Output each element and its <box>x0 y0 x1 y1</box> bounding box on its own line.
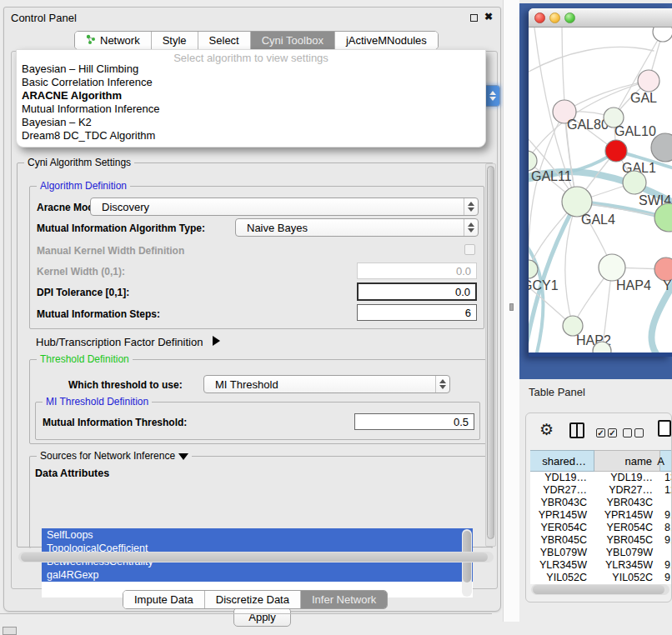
kernel-width-label: Kernel Width (0,1): <box>37 266 125 278</box>
columns-icon[interactable] <box>569 422 584 438</box>
node-label: GAL4 <box>581 212 615 227</box>
aracne-mode-combo[interactable]: Discovery <box>90 198 479 216</box>
gear-icon[interactable]: ⚙ <box>539 420 554 439</box>
table-horizontal-scrollbar[interactable] <box>531 584 669 595</box>
panel-splitter[interactable] <box>503 0 519 622</box>
network-node[interactable] <box>653 28 672 42</box>
hub-definition-expander[interactable]: Hub/Transcription Factor Definition <box>36 336 220 348</box>
table-toolbar: ⚙ ✓✓ <box>526 413 671 450</box>
minimize-traffic-light-icon[interactable] <box>549 12 560 23</box>
settings-vertical-scrollbar[interactable] <box>485 163 496 547</box>
tab-jactivemnodules[interactable]: jActiveMNodules <box>335 32 438 49</box>
data-attributes-list[interactable]: SelfLoopsTopologicalCoefficientBetweenne… <box>42 528 473 598</box>
column-header[interactable]: shared… <box>530 450 594 472</box>
network-window-titlebar[interactable] <box>529 8 672 28</box>
table-header-row: shared…nameA <box>530 450 672 472</box>
group-title: Cyni Algorithm Settings <box>24 157 134 168</box>
network-node-swi4[interactable] <box>623 171 646 194</box>
network-icon <box>86 34 96 48</box>
threshold-definition-group: Threshold Definition Which threshold to … <box>29 359 488 444</box>
which-threshold-combo[interactable]: MI Threshold <box>203 375 450 393</box>
tab-infer-network[interactable]: Infer Network <box>301 591 387 608</box>
collapse-down-icon <box>178 453 188 460</box>
panel-title: Control Panel <box>11 12 77 24</box>
tab-select[interactable]: Select <box>198 32 251 49</box>
attribute-item[interactable]: gal4RGexp <box>42 568 473 582</box>
tab-impute-data[interactable]: Impute Data <box>123 591 205 608</box>
manual-kernel-checkbox[interactable] <box>464 244 475 255</box>
network-node-hap4[interactable] <box>599 254 625 281</box>
algorithm-option[interactable]: ARACNE Algorithm <box>17 89 485 102</box>
network-canvas[interactable]: GALGAL80GAL10GAL1GAL11SWI4GAL4GCY1HAP4YH… <box>529 28 672 352</box>
mi-type-combo[interactable]: Naive Bayes <box>235 218 479 237</box>
sources-title[interactable]: Sources for Network Inference <box>37 450 192 462</box>
table-row[interactable]: YLR345WYLR345W9. <box>530 559 672 572</box>
select-all-icon[interactable]: ✓✓ <box>596 428 617 438</box>
column-header[interactable]: A <box>660 450 672 472</box>
node-label: GAL80 <box>567 118 609 132</box>
combo-spinner-icon[interactable] <box>464 219 478 236</box>
node-label: GAL11 <box>531 169 572 183</box>
manual-kernel-label: Manual Kernel Width Definition <box>37 245 184 257</box>
settings-horizontal-scrollbar[interactable] <box>18 552 494 562</box>
algorithm-option[interactable]: Bayesian – K2 <box>17 116 485 129</box>
algorithm-option[interactable]: Dream8 DC_TDC Algorithm <box>17 129 485 142</box>
close-traffic-light-icon[interactable] <box>534 12 545 23</box>
table-row[interactable]: YIL052CYIL052C9 <box>530 572 672 584</box>
close-icon[interactable]: ✖ <box>484 11 493 22</box>
mi-threshold-definition-title: MI Threshold Definition <box>43 396 152 408</box>
top-tab-bar: NetworkStyleSelectCyni ToolboxjActiveMNo… <box>74 31 439 50</box>
tab-network[interactable]: Network <box>75 32 152 49</box>
table-panel: ⚙ ✓✓ shared…nameA YDL19…YDL19…13YDR27…YD… <box>525 412 672 602</box>
table-row[interactable]: YER054CYER054C8. <box>530 522 672 534</box>
tab-cyni-toolbox[interactable]: Cyni Toolbox <box>251 32 335 49</box>
float-icon[interactable] <box>470 14 478 22</box>
mi-threshold-definition-group: MI Threshold Definition Mutual Informati… <box>35 402 480 440</box>
node-table: shared…nameA YDL19…YDL19…13YDR27…YDR27…1… <box>530 450 672 584</box>
node-label: Y <box>663 278 672 292</box>
network-node[interactable] <box>654 203 672 232</box>
document-icon[interactable] <box>658 420 671 437</box>
network-node-y[interactable] <box>654 258 672 281</box>
node-label: GCY1 <box>529 278 559 292</box>
bottom-divider <box>0 613 492 614</box>
expand-right-icon <box>213 336 220 346</box>
column-header[interactable]: name <box>594 450 660 472</box>
dpi-tolerance-field[interactable]: 0.0 <box>357 282 477 301</box>
combo-spinner-icon[interactable] <box>485 86 499 106</box>
node-label: HAP4 <box>616 278 651 292</box>
algorithm-option[interactable]: Basic Correlation Inference <box>17 76 485 89</box>
algorithm-option[interactable]: Mutual Information Inference <box>17 102 485 116</box>
mi-threshold-field[interactable]: 0.5 <box>354 413 474 430</box>
table-row[interactable]: YDL19…YDL19…13 <box>530 472 672 484</box>
algorithm-option[interactable]: Bayesian – Hill Climbing <box>17 62 485 76</box>
tab-style[interactable]: Style <box>152 32 198 49</box>
network-graph: GALGAL80GAL10GAL1GAL11SWI4GAL4GCY1HAP4YH… <box>529 28 672 352</box>
cyni-algorithm-settings-group: Cyni Algorithm Settings Algorithm Defini… <box>17 162 494 548</box>
zoom-traffic-light-icon[interactable] <box>564 12 575 23</box>
table-row[interactable]: YBR043CYBR043C <box>530 497 672 509</box>
mi-steps-field[interactable]: 6 <box>357 304 477 321</box>
table-row[interactable]: YDR27…YDR27…12 <box>530 484 672 497</box>
table-row[interactable]: YBL079WYBL079W <box>530 547 672 559</box>
combo-spinner-icon[interactable] <box>435 376 449 392</box>
minimized-panel-icon[interactable] <box>3 627 17 635</box>
which-threshold-label: Which threshold to use: <box>68 379 183 391</box>
algorithm-definition-group: Algorithm Definition Aracne Mode: Discov… <box>29 186 484 329</box>
network-node-gal[interactable] <box>638 70 659 92</box>
table-row[interactable]: YPR145WYPR145W9. <box>530 509 672 522</box>
table-row[interactable]: YBR045CYBR045C9. <box>530 534 672 547</box>
apply-button[interactable]: Apply <box>233 608 291 627</box>
algorithm-dropdown-popup: Select algorithm to view settings Bayesi… <box>16 49 486 148</box>
algorithm-definition-title: Algorithm Definition <box>37 180 130 192</box>
combo-spinner-icon[interactable] <box>464 198 478 215</box>
attributes-scrollbar[interactable] <box>462 529 472 597</box>
attribute-item[interactable]: SelfLoops <box>42 528 473 542</box>
splitter-grip-icon[interactable] <box>509 303 514 311</box>
network-node-gal1[interactable] <box>605 140 627 162</box>
threshold-definition-title: Threshold Definition <box>37 353 133 365</box>
control-panel-window: Control Panel ✖ NetworkStyleSelectCyni T… <box>3 7 501 612</box>
deselect-all-icon[interactable] <box>623 428 644 438</box>
tab-discretize-data[interactable]: Discretize Data <box>205 591 301 608</box>
bottom-tab-bar: Impute DataDiscretize DataInfer Network <box>123 590 388 609</box>
